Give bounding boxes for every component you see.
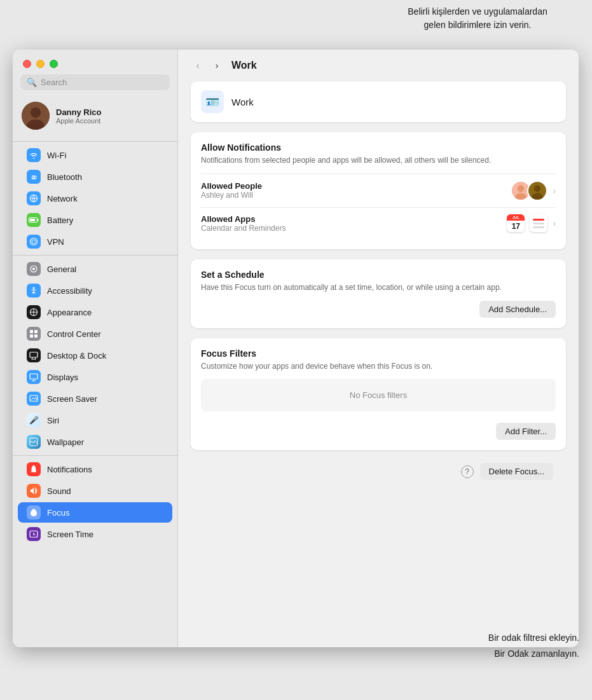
add-schedule-button[interactable]: Add Schedule...	[479, 301, 556, 318]
search-bar[interactable]: 🔍 Search	[20, 74, 170, 90]
sidebar-item-label-sound: Sound	[47, 486, 71, 496]
sidebar-item-notifications[interactable]: Notifications	[18, 459, 172, 479]
sidebar-item-wallpaper[interactable]: Wallpaper	[18, 432, 172, 452]
help-button[interactable]: ?	[461, 465, 474, 478]
allowed-people-row[interactable]: Allowed People Ashley and Will	[201, 174, 556, 207]
sidebar-item-network[interactable]: Network	[18, 188, 172, 209]
user-subtitle: Apple Account	[56, 117, 102, 125]
sidebar-item-label-appearance: Appearance	[47, 308, 92, 317]
sidebar-item-label-accessibility: Accessibility	[47, 286, 92, 296]
screensaver-icon	[27, 392, 41, 406]
user-profile[interactable]: Danny Rico Apple Account	[13, 97, 177, 139]
sidebar-item-general[interactable]: General	[18, 259, 172, 279]
add-filter-button[interactable]: Add Filter...	[496, 423, 556, 440]
delete-focus-button[interactable]: Delete Focus...	[480, 463, 553, 480]
sidebar-item-label-screentime: Screen Time	[47, 530, 93, 539]
back-button[interactable]: ‹	[191, 58, 205, 72]
network-icon	[27, 191, 41, 205]
annotation-bottom-line1: Bir odak filtresi ekleyin.	[488, 630, 579, 646]
sidebar-item-focus[interactable]: Focus	[18, 502, 172, 523]
svg-rect-7	[30, 219, 35, 221]
chevron-right-icon: ›	[216, 60, 219, 71]
notifications-icon	[27, 462, 41, 476]
sidebar-item-siri[interactable]: 🎤 Siri	[18, 410, 172, 430]
schedule-title: Set a Schedule	[201, 270, 556, 280]
vpn-icon	[27, 235, 41, 249]
svg-point-35	[534, 185, 541, 192]
schedule-section: Set a Schedule Have this Focus turn on a…	[191, 259, 566, 328]
schedule-desc: Have this Focus turn on automatically at…	[201, 282, 556, 293]
allowed-apps-chevron: ›	[553, 218, 556, 228]
calendar-app-icon: JUL 17	[507, 214, 525, 232]
sidebar-item-bluetooth[interactable]: ⎄ Bluetooth	[18, 167, 172, 187]
allowed-apps-info: Allowed Apps Calendar and Reminders	[201, 214, 286, 233]
close-button[interactable]	[23, 60, 31, 68]
wifi-icon	[27, 148, 41, 162]
svg-point-32	[518, 185, 525, 192]
sidebar-item-label-wifi: Wi-Fi	[47, 151, 66, 160]
sidebar-item-label-general: General	[47, 264, 76, 274]
focus-card: 🪪 Work	[191, 81, 566, 122]
main-content: ‹ › Work 🪪 Work Allow Notifications	[178, 50, 579, 647]
avatar-will	[527, 181, 547, 201]
maximize-button[interactable]	[50, 60, 58, 68]
user-info: Danny Rico Apple Account	[56, 107, 102, 125]
sidebar-item-appearance[interactable]: Appearance	[18, 302, 172, 322]
sidebar-item-sound[interactable]: Sound	[18, 481, 172, 501]
svg-rect-16	[34, 334, 38, 338]
svg-rect-17	[30, 352, 38, 357]
focus-filters-section: Focus Filters Customize how your apps an…	[191, 338, 566, 451]
sidebar-item-screentime[interactable]: Screen Time	[18, 524, 172, 544]
allowed-apps-right: JUL 17 ›	[507, 214, 556, 232]
siri-icon: 🎤	[27, 413, 41, 427]
sidebar-item-accessibility[interactable]: Accessibility	[18, 280, 172, 301]
no-filters-message: No Focus filters	[201, 379, 556, 411]
annotation-bottom-line2: Bir Odak zamanlayın.	[488, 646, 579, 662]
displays-icon	[27, 370, 41, 384]
controlcenter-icon	[27, 327, 41, 341]
minimize-button[interactable]	[36, 60, 45, 68]
svg-point-11	[33, 287, 35, 289]
desktop-icon	[27, 348, 41, 362]
appearance-icon	[27, 305, 41, 319]
screentime-icon	[27, 527, 41, 541]
allow-notifications-desc: Notifications from selected people and a…	[201, 155, 556, 166]
sidebar-item-label-battery: Battery	[47, 216, 73, 225]
sidebar-item-battery[interactable]: Battery	[18, 210, 172, 230]
focus-filters-desc: Customize how your apps and device behav…	[201, 361, 556, 372]
sidebar-item-screensaver[interactable]: Screen Saver	[18, 388, 172, 409]
allowed-apps-row[interactable]: Allowed Apps Calendar and Reminders JUL …	[201, 207, 556, 239]
sidebar-item-label-network: Network	[47, 194, 78, 203]
wallpaper-icon	[27, 435, 41, 449]
allowed-people-chevron: ›	[553, 186, 556, 196]
svg-text:🪪: 🪪	[205, 95, 220, 109]
sidebar-item-wifi[interactable]: Wi-Fi	[18, 145, 172, 165]
search-icon: 🔍	[27, 78, 37, 87]
main-header: ‹ › Work	[178, 50, 579, 81]
app-icons: JUL 17	[507, 214, 547, 232]
focus-icon	[27, 505, 41, 519]
reminders-app-icon	[530, 214, 547, 232]
search-input[interactable]: Search	[41, 78, 67, 87]
allowed-apps-subtitle: Calendar and Reminders	[201, 224, 286, 233]
sidebar: 🔍 Search Danny Rico Apple Account	[13, 50, 178, 647]
main-window: 🔍 Search Danny Rico Apple Account	[13, 50, 579, 647]
allowed-people-title: Allowed People	[201, 181, 262, 191]
forward-button[interactable]: ›	[210, 58, 224, 72]
sidebar-item-label-displays: Displays	[47, 373, 78, 382]
sidebar-item-vpn[interactable]: VPN	[18, 231, 172, 252]
svg-rect-13	[30, 330, 33, 333]
annotation-top: Belirli kişilerden ve uygulamalardan gel…	[376, 0, 579, 32]
sidebar-item-desktop[interactable]: Desktop & Dock	[18, 345, 172, 366]
allowed-people-info: Allowed People Ashley and Will	[201, 181, 262, 200]
accessibility-icon	[27, 284, 41, 298]
sidebar-item-displays[interactable]: Displays	[18, 367, 172, 387]
chevron-left-icon: ‹	[196, 60, 200, 71]
svg-point-10	[32, 268, 35, 270]
svg-point-8	[31, 238, 38, 245]
sidebar-item-label-focus: Focus	[47, 508, 69, 518]
sidebar-item-controlcenter[interactable]: Control Center	[18, 324, 172, 344]
sidebar-divider-2	[13, 255, 177, 256]
allowed-apps-title: Allowed Apps	[201, 214, 286, 224]
svg-rect-15	[30, 334, 33, 338]
